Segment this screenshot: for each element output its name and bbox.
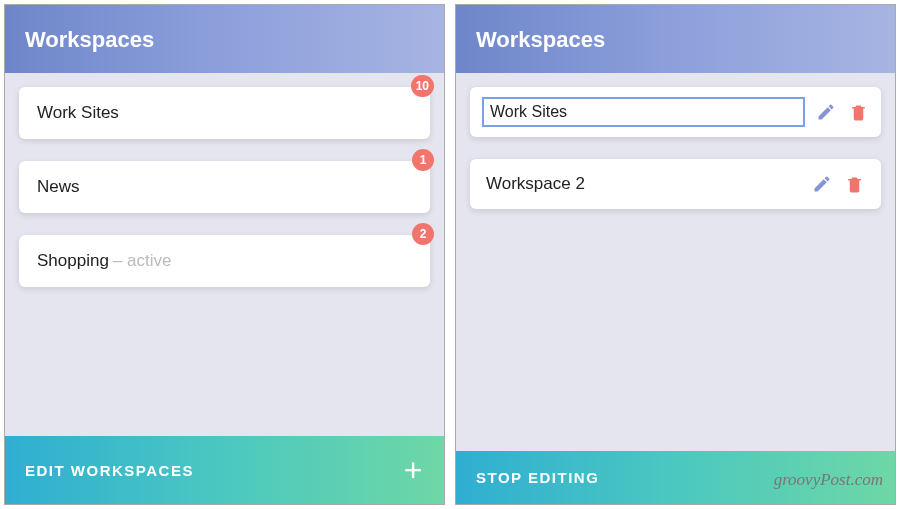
trash-icon[interactable] (843, 173, 865, 195)
workspace-label: Shopping (37, 251, 109, 271)
footer-label: STOP EDITING (476, 469, 599, 486)
edit-workspaces-button[interactable]: EDIT WORKSPACES + (5, 436, 444, 504)
workspace-item-work-sites[interactable]: Work Sites 10 (19, 87, 430, 139)
trash-icon[interactable] (847, 101, 869, 123)
workspace-label: Workspace 2 (486, 174, 801, 194)
active-indicator: – active (113, 251, 172, 271)
header-title: Workspaces (476, 27, 605, 52)
count-badge: 1 (412, 149, 434, 171)
workspace-edit-item-workspace-2: Workspace 2 (470, 159, 881, 209)
workspace-edit-item-work-sites (470, 87, 881, 137)
workspace-name-input[interactable] (482, 97, 805, 127)
watermark: groovyPost.com (774, 470, 883, 490)
workspace-label: News (37, 177, 80, 197)
panel-header: Workspaces (456, 5, 895, 73)
count-badge: 10 (411, 75, 434, 97)
footer-label: EDIT WORKSPACES (25, 462, 194, 479)
workspaces-panel-editing: Workspaces Workspace 2 STOP EDITING groo… (455, 4, 896, 505)
workspace-edit-list: Workspace 2 (456, 73, 895, 451)
workspaces-panel-normal: Workspaces Work Sites 10 News 1 Shopping… (4, 4, 445, 505)
count-badge: 2 (412, 223, 434, 245)
workspace-list: Work Sites 10 News 1 Shopping – active 2 (5, 73, 444, 436)
plus-icon: + (404, 454, 424, 486)
header-title: Workspaces (25, 27, 154, 52)
workspace-item-shopping[interactable]: Shopping – active 2 (19, 235, 430, 287)
workspace-item-news[interactable]: News 1 (19, 161, 430, 213)
workspace-label: Work Sites (37, 103, 119, 123)
panel-header: Workspaces (5, 5, 444, 73)
pencil-icon[interactable] (815, 101, 837, 123)
pencil-icon[interactable] (811, 173, 833, 195)
